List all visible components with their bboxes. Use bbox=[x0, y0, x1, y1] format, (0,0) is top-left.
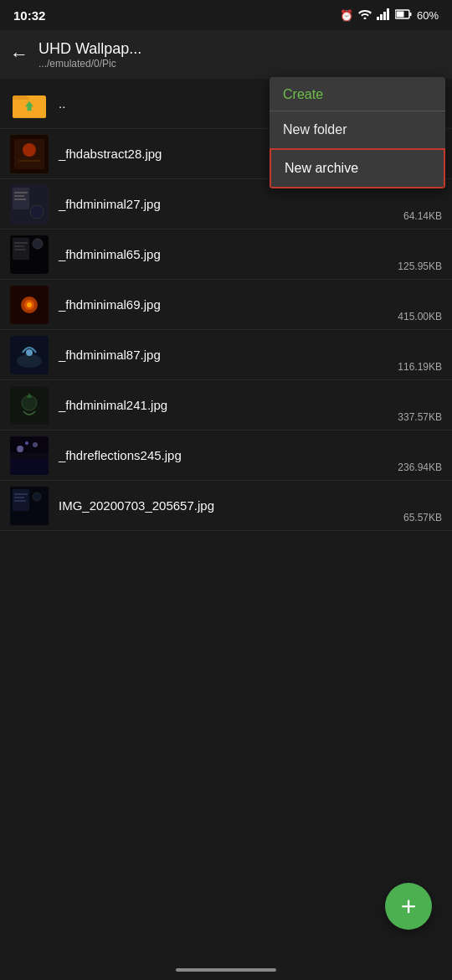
new-folder-button[interactable]: New folder bbox=[270, 111, 445, 148]
dropdown-menu: Create New folder New archive bbox=[270, 77, 445, 188]
new-archive-button[interactable]: New archive bbox=[270, 148, 445, 188]
dropdown-overlay[interactable]: Create New folder New archive bbox=[0, 0, 452, 980]
dropdown-header: Create bbox=[270, 77, 445, 111]
